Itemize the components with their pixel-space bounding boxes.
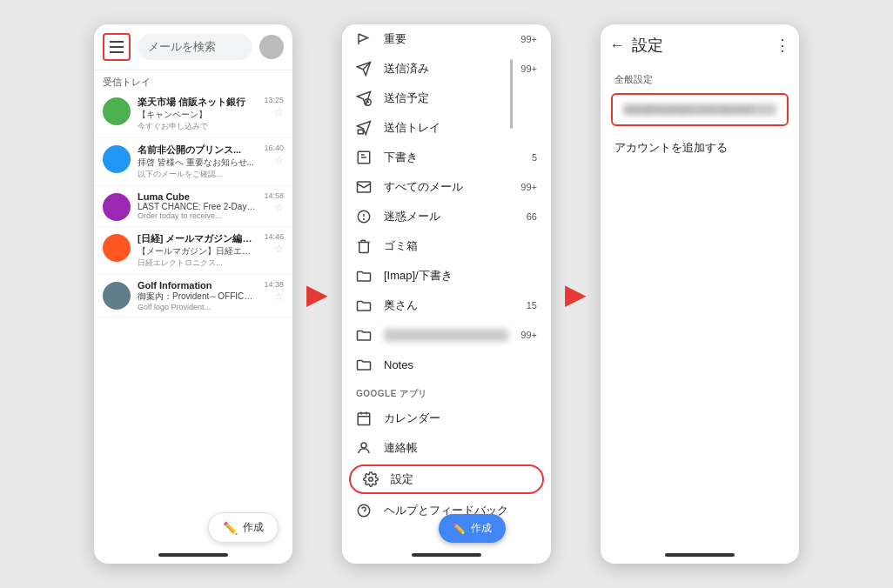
home-indicator: [342, 546, 551, 564]
pencil-icon: ✏️: [453, 523, 466, 535]
hamburger-button[interactable]: [103, 33, 131, 61]
more-options-button[interactable]: ⋮: [775, 36, 790, 55]
folder-icon: [356, 357, 372, 372]
menu-item-outbox[interactable]: 送信トレイ: [342, 113, 551, 143]
email-time: 13:25: [264, 96, 284, 104]
settings-icon: [363, 471, 379, 487]
menu-item-imap-drafts[interactable]: [Imap]/下書き: [342, 261, 551, 291]
menu-item-badge: 99+: [520, 182, 537, 192]
email-sender: Luma Cube: [138, 191, 257, 202]
email-time: 14:38: [264, 280, 284, 289]
menu-item-label: 重要: [384, 31, 508, 47]
pencil-icon: ✏️: [223, 521, 238, 535]
menu-item-label-blurred: ████████████: [384, 329, 508, 342]
menu-item-important[interactable]: 重要 99+: [342, 24, 551, 54]
email-preview: 日経エレクトロニクス...: [138, 257, 257, 269]
account-email: user@example.com.blurred: [623, 104, 776, 116]
menu-item-badge: 99+: [520, 63, 537, 74]
menu-item-spam[interactable]: 迷惑メール 66: [342, 202, 551, 231]
general-settings-label: 全般設定: [601, 66, 799, 90]
list-item[interactable]: Golf Information 御案内：Provident～OFFICE上場に…: [94, 275, 292, 317]
fab-label: 作成: [243, 520, 264, 535]
send-clock-icon: [356, 90, 372, 106]
email-sender: [日経] メールマガジン編集部: [138, 232, 257, 245]
menu-item-badge: 99+: [520, 330, 537, 340]
svg-rect-4: [358, 130, 363, 134]
avatar: [103, 97, 131, 125]
menu-item-label: 設定: [391, 471, 530, 487]
list-item[interactable]: 名前非公開のプリンス... 拝啓 皆様へ 重要なお知らせ... 以下のメールをご…: [94, 138, 292, 186]
add-account-button[interactable]: アカウントを追加する: [601, 130, 799, 166]
menu-item-trash[interactable]: ゴミ箱: [342, 231, 551, 261]
contacts-icon: [356, 440, 372, 456]
avatar: [103, 234, 131, 262]
page-title: 設定: [632, 35, 768, 56]
calendar-icon: [356, 411, 372, 426]
account-item[interactable]: user@example.com.blurred: [611, 93, 789, 126]
svg-point-9: [364, 219, 365, 220]
star-icon[interactable]: ☆: [274, 106, 284, 118]
menu-item-okusan[interactable]: 奥さん 15: [342, 291, 551, 320]
list-item[interactable]: Luma Cube LAST CHANCE: Free 2-Day Shippi…: [94, 186, 292, 227]
back-button[interactable]: ←: [609, 37, 625, 55]
list-item[interactable]: 楽天市場 信販ネット銀行 【キャンペーン】 今すぐお申し込みで 13:25 ☆: [94, 90, 292, 138]
email-sender: 楽天市場 信販ネット銀行: [138, 96, 257, 109]
menu-item-contacts[interactable]: 連絡帳: [342, 433, 551, 463]
send-box-icon: [356, 120, 372, 136]
email-time: 14:46: [264, 232, 284, 241]
email-preview: 今すぐお申し込みで: [138, 121, 257, 132]
svg-rect-10: [358, 413, 370, 425]
folder-icon: [356, 268, 372, 284]
settings-header: ← 設定 ⋮: [601, 24, 799, 66]
compose-fab[interactable]: ✏️ 作成: [439, 514, 506, 543]
menu-item-badge: 15: [527, 300, 537, 311]
avatar[interactable]: [259, 35, 284, 59]
menu-item-calendar[interactable]: カレンダー: [342, 404, 551, 433]
menu-item-label: Notes: [384, 358, 537, 371]
arrow-2: ▶: [565, 277, 587, 311]
email-time: 14:58: [264, 191, 284, 200]
menu-item-blurred[interactable]: ████████████ 99+: [342, 320, 551, 350]
email-subject: 【キャンペーン】: [138, 109, 257, 121]
trash-icon: [356, 238, 372, 254]
search-bar[interactable]: メールを検索: [138, 34, 252, 60]
help-icon: [356, 503, 372, 518]
list-item[interactable]: [日経] メールマガジン編集部 【メールマガジン】日経エレクトロニクス... 日…: [94, 227, 292, 275]
menu-item-all-mail[interactable]: すべてのメール 99+: [342, 172, 551, 202]
menu-item-sent[interactable]: 送信済み 99+: [342, 54, 551, 84]
home-indicator: [601, 546, 799, 564]
home-indicator: [94, 546, 292, 564]
menu-item-settings[interactable]: 設定: [349, 464, 544, 494]
compose-fab[interactable]: ✏️ 作成: [208, 512, 279, 543]
star-icon[interactable]: ☆: [274, 202, 284, 214]
menu-item-label: すべてのメール: [384, 179, 508, 195]
star-icon[interactable]: ☆: [274, 243, 284, 255]
menu-item-badge: 99+: [520, 34, 537, 44]
menu-item-label: 送信済み: [384, 61, 508, 77]
all-mail-icon: [356, 179, 372, 195]
menu-item-drafts[interactable]: 下書き 5: [342, 143, 551, 172]
menu-item-label: [Imap]/下書き: [384, 268, 537, 284]
star-icon[interactable]: ☆: [274, 154, 284, 166]
screen3-settings: ← 設定 ⋮ 全般設定 user@example.com.blurred アカウ…: [601, 24, 799, 564]
menu-item-label: 送信トレイ: [384, 120, 537, 136]
avatar: [103, 145, 131, 173]
folder-icon: [356, 297, 372, 313]
svg-point-15: [369, 478, 373, 482]
menu-item-label: ゴミ箱: [384, 238, 537, 254]
draft-icon: [356, 150, 372, 165]
email-preview: 以下のメールをご確認...: [138, 169, 257, 180]
email-subject: 拝啓 皆様へ 重要なお知らせ...: [138, 157, 257, 169]
menu-item-badge: 66: [527, 211, 537, 222]
menu-item-label: 送信予定: [384, 90, 537, 106]
arrow-1: ▶: [306, 277, 328, 311]
menu-item-label: 連絡帳: [384, 440, 537, 456]
star-icon[interactable]: ☆: [274, 291, 284, 303]
email-list: 楽天市場 信販ネット銀行 【キャンペーン】 今すぐお申し込みで 13:25 ☆ …: [94, 90, 292, 546]
email-subject: 御案内：Provident～OFFICE上場について: [138, 291, 257, 303]
menu-item-notes[interactable]: Notes: [342, 350, 551, 379]
menu-item-badge: 5: [532, 152, 537, 163]
inbox-section-label: 受信トレイ: [94, 70, 292, 90]
menu-item-scheduled[interactable]: 送信予定: [342, 84, 551, 113]
menu-item-label: 下書き: [384, 150, 520, 165]
